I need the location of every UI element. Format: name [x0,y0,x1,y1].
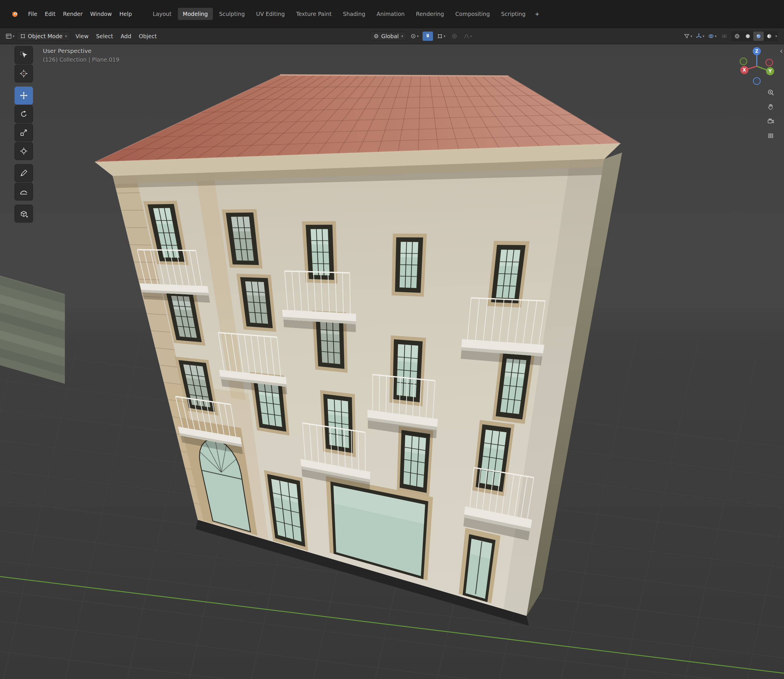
orientation-dropdown[interactable]: Global ▾ [370,31,406,41]
chevron-down-icon: ▾ [702,34,704,38]
workspace-tab-texture-paint[interactable]: Texture Paint [291,8,337,20]
workspace-tab-uv-editing[interactable]: UV Editing [251,8,290,20]
transform-tool[interactable] [14,142,33,160]
chevron-down-icon: ▾ [470,34,472,38]
filter-funnel-icon [684,33,690,39]
shading-rendered-button[interactable] [764,31,775,41]
viewport-overlay-text: User Perspective (126) Collection | Plan… [43,47,119,64]
falloff-curve-icon [463,33,470,39]
snap-toggle[interactable] [423,31,433,41]
topbar: FileEditRenderWindowHelp LayoutModelingS… [0,0,784,28]
shading-dropdown[interactable]: ▾ [775,34,777,38]
workspace-tab-rendering[interactable]: Rendering [411,8,449,20]
overlays-icon [708,33,714,39]
shading-wireframe-button[interactable] [732,31,742,41]
move-icon [19,91,28,100]
add-cube-icon [19,209,28,218]
ortho-toggle-button[interactable] [766,131,775,140]
axis-x-negative[interactable] [766,59,773,66]
collection-label: (126) Collection | Plane.019 [43,55,119,64]
editor-type-button[interactable]: ▾ [5,31,15,41]
overlays-toggle[interactable]: ▾ [707,31,717,41]
snap-settings-dropdown[interactable]: ▾ [436,31,446,41]
gizmos-toggle[interactable]: ▾ [695,31,705,41]
pivot-point-icon [410,33,417,39]
cursor-tool[interactable] [14,64,33,83]
menu-file[interactable]: File [24,8,41,19]
global-orientation-icon [373,33,379,39]
menu-edit[interactable]: Edit [41,8,60,19]
shading-solid-button[interactable] [743,31,753,41]
axis-z-negative[interactable] [753,78,760,84]
workspace-tab-shading[interactable]: Shading [338,8,370,20]
3d-viewport: User Perspective (126) Collection | Plan… [0,44,784,679]
shading-material-button[interactable] [753,31,764,41]
select-box-icon [19,51,28,59]
topbar-menus: FileEditRenderWindowHelp [24,8,136,19]
header-menus: ViewSelectAddObject [72,31,160,42]
zoom-button[interactable] [766,88,775,97]
chevron-down-icon: ▾ [65,34,67,38]
header-menu-select[interactable]: Select [93,31,117,42]
annotate-tool[interactable] [14,164,33,182]
rotate-tool[interactable] [14,105,33,123]
neighbor-stairs-object[interactable] [0,275,65,384]
blender-logo-icon[interactable] [8,8,21,19]
chevron-down-icon: ▾ [715,34,717,38]
add-cube-tool[interactable] [14,205,33,222]
menu-window[interactable]: Window [86,8,116,19]
camera-icon [767,117,775,125]
workspace-tab-animation[interactable]: Animation [372,8,409,20]
tool-shelf [14,46,33,222]
move-tool[interactable] [14,86,33,105]
measure-icon [19,187,28,196]
menu-help[interactable]: Help [116,8,136,19]
xray-toggle[interactable] [719,31,729,41]
viewport-canvas[interactable] [0,44,784,679]
proportional-falloff-dropdown[interactable]: ▾ [463,31,473,41]
proportional-toggle[interactable] [449,31,459,41]
magnet-icon [425,33,431,39]
annotate-icon [19,169,28,177]
material-sphere-icon [755,33,762,39]
orientation-label: Global [381,33,399,39]
chevron-down-icon: ▾ [444,34,445,38]
header-menu-add[interactable]: Add [117,31,135,42]
pan-button[interactable] [766,102,775,111]
mode-select[interactable]: Object Mode ▾ [17,31,70,41]
snap-target-icon [437,33,443,39]
visibility-dropdown[interactable]: ▾ [683,31,693,41]
header-menu-view[interactable]: View [72,31,93,42]
solid-sphere-icon [745,33,751,39]
xray-icon [721,33,728,39]
pivot-dropdown[interactable]: ▾ [409,31,420,41]
scale-tool[interactable] [14,124,33,142]
transform-icon [19,147,28,155]
header-menu-object[interactable]: Object [135,31,160,42]
rotate-icon [19,110,28,118]
add-workspace-button[interactable]: + [532,8,543,20]
sidebar-collapse-arrow[interactable]: ‹ [780,47,783,55]
chevron-down-icon: ▾ [417,34,419,38]
perspective-label: User Perspective [43,47,119,55]
workspace-tab-modeling[interactable]: Modeling [178,8,213,20]
workspace-tab-sculpting[interactable]: Sculpting [214,8,250,20]
chevron-down-icon: ▾ [13,34,14,38]
axis-y-negative[interactable] [740,58,747,65]
axis-z-label: Z [755,48,759,54]
chevron-down-icon: ▾ [690,34,692,38]
scale-icon [19,128,28,137]
workspace-tab-compositing[interactable]: Compositing [450,8,495,20]
workspace-tab-scripting[interactable]: Scripting [496,8,531,20]
measure-tool[interactable] [14,183,33,200]
navigation-gizmo[interactable]: Z Y X [734,44,780,89]
select-box-tool[interactable] [14,46,33,64]
viewport-nav-buttons [766,88,775,140]
workspace-tabs: LayoutModelingSculptingUV EditingTexture… [148,8,543,20]
cursor-icon [19,69,28,78]
workspace-tab-layout[interactable]: Layout [148,8,177,20]
grid-perspective-icon [767,132,775,139]
shading-mode-group: ▾ [731,31,778,41]
menu-render[interactable]: Render [60,8,86,19]
camera-view-button[interactable] [766,117,775,126]
